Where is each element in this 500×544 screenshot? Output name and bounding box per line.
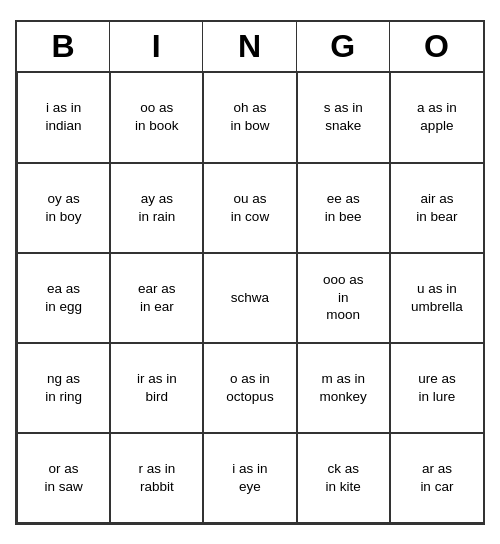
bingo-cell: oo asin book bbox=[110, 73, 203, 163]
bingo-cell: ir as inbird bbox=[110, 343, 203, 433]
bingo-cell: s as insnake bbox=[297, 73, 390, 163]
bingo-cell: i as inindian bbox=[17, 73, 110, 163]
bingo-cell: m as inmonkey bbox=[297, 343, 390, 433]
bingo-cell: oy asin boy bbox=[17, 163, 110, 253]
bingo-card: BINGO i as inindianoo asin bookoh asin b… bbox=[15, 20, 485, 525]
bingo-cell: or asin saw bbox=[17, 433, 110, 523]
bingo-cell: i as ineye bbox=[203, 433, 296, 523]
bingo-cell: ar asin car bbox=[390, 433, 483, 523]
bingo-cell: ure asin lure bbox=[390, 343, 483, 433]
bingo-header: BINGO bbox=[17, 22, 483, 73]
bingo-cell: ng asin ring bbox=[17, 343, 110, 433]
bingo-cell: ooo asinmoon bbox=[297, 253, 390, 343]
bingo-cell: a as inapple bbox=[390, 73, 483, 163]
bingo-cell: oh asin bow bbox=[203, 73, 296, 163]
header-letter: O bbox=[390, 22, 483, 71]
header-letter: B bbox=[17, 22, 110, 71]
bingo-cell: ea asin egg bbox=[17, 253, 110, 343]
bingo-cell: ee asin bee bbox=[297, 163, 390, 253]
bingo-cell: u as inumbrella bbox=[390, 253, 483, 343]
bingo-cell: schwa bbox=[203, 253, 296, 343]
bingo-grid: i as inindianoo asin bookoh asin bows as… bbox=[17, 73, 483, 523]
bingo-cell: ck asin kite bbox=[297, 433, 390, 523]
bingo-cell: o as inoctopus bbox=[203, 343, 296, 433]
bingo-cell: ou asin cow bbox=[203, 163, 296, 253]
header-letter: G bbox=[297, 22, 390, 71]
header-letter: I bbox=[110, 22, 203, 71]
bingo-cell: ay asin rain bbox=[110, 163, 203, 253]
header-letter: N bbox=[203, 22, 296, 71]
bingo-cell: air asin bear bbox=[390, 163, 483, 253]
bingo-cell: ear asin ear bbox=[110, 253, 203, 343]
bingo-cell: r as inrabbit bbox=[110, 433, 203, 523]
